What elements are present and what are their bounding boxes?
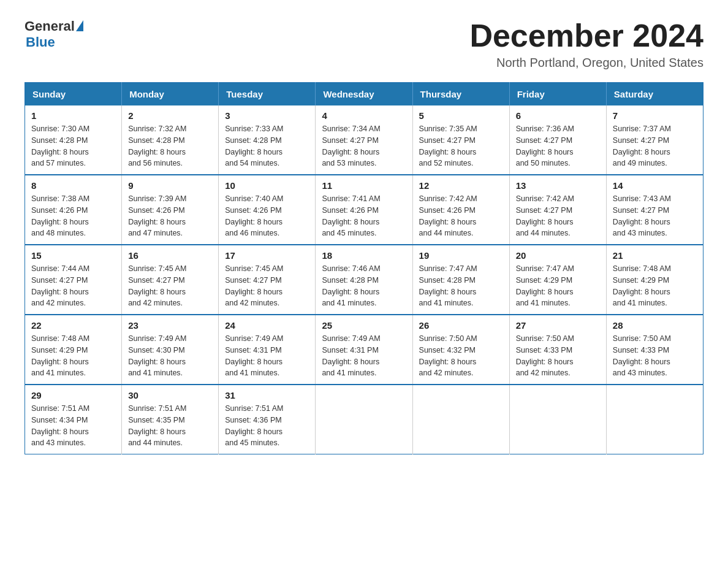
day-number: 19	[419, 250, 503, 261]
day-info: Sunrise: 7:48 AMSunset: 4:29 PMDaylight:…	[31, 333, 115, 379]
day-number: 1	[31, 110, 115, 121]
calendar-cell: 3Sunrise: 7:33 AMSunset: 4:28 PMDaylight…	[219, 105, 316, 175]
day-info: Sunrise: 7:42 AMSunset: 4:26 PMDaylight:…	[419, 193, 503, 239]
page-header: General Blue December 2024 North Portlan…	[25, 18, 703, 70]
day-number: 29	[31, 390, 115, 400]
calendar-cell: 6Sunrise: 7:36 AMSunset: 4:27 PMDaylight…	[509, 105, 606, 175]
calendar-day-header: Sunday	[25, 83, 122, 106]
day-info: Sunrise: 7:51 AMSunset: 4:34 PMDaylight:…	[31, 403, 115, 449]
calendar-cell: 10Sunrise: 7:40 AMSunset: 4:26 PMDayligh…	[219, 175, 316, 245]
day-number: 7	[613, 110, 697, 121]
day-number: 9	[128, 180, 212, 191]
calendar-cell: 22Sunrise: 7:48 AMSunset: 4:29 PMDayligh…	[25, 315, 122, 385]
day-info: Sunrise: 7:41 AMSunset: 4:26 PMDaylight:…	[322, 193, 406, 239]
day-number: 10	[225, 180, 309, 191]
day-info: Sunrise: 7:35 AMSunset: 4:27 PMDaylight:…	[419, 123, 503, 169]
calendar-cell: 19Sunrise: 7:47 AMSunset: 4:28 PMDayligh…	[412, 245, 509, 315]
day-number: 6	[516, 110, 600, 121]
calendar-day-header: Tuesday	[219, 83, 316, 106]
day-info: Sunrise: 7:49 AMSunset: 4:31 PMDaylight:…	[322, 333, 406, 379]
calendar-cell: 30Sunrise: 7:51 AMSunset: 4:35 PMDayligh…	[122, 385, 219, 454]
page-subtitle: North Portland, Oregon, United States	[469, 56, 703, 70]
day-info: Sunrise: 7:44 AMSunset: 4:27 PMDaylight:…	[31, 263, 115, 309]
day-info: Sunrise: 7:36 AMSunset: 4:27 PMDaylight:…	[516, 123, 600, 169]
calendar-cell: 23Sunrise: 7:49 AMSunset: 4:30 PMDayligh…	[122, 315, 219, 385]
calendar-cell: 14Sunrise: 7:43 AMSunset: 4:27 PMDayligh…	[606, 175, 703, 245]
day-number: 2	[128, 110, 212, 121]
calendar-week-row: 29Sunrise: 7:51 AMSunset: 4:34 PMDayligh…	[25, 385, 703, 454]
day-number: 15	[31, 250, 115, 261]
calendar-day-header: Saturday	[606, 83, 703, 106]
day-number: 24	[225, 320, 309, 331]
logo-triangle-icon	[76, 20, 83, 31]
calendar-cell: 21Sunrise: 7:48 AMSunset: 4:29 PMDayligh…	[606, 245, 703, 315]
day-number: 28	[613, 320, 697, 331]
day-info: Sunrise: 7:33 AMSunset: 4:28 PMDaylight:…	[225, 123, 309, 169]
day-info: Sunrise: 7:42 AMSunset: 4:27 PMDaylight:…	[516, 193, 600, 239]
day-info: Sunrise: 7:48 AMSunset: 4:29 PMDaylight:…	[613, 263, 697, 309]
calendar-day-header: Thursday	[412, 83, 509, 106]
day-info: Sunrise: 7:45 AMSunset: 4:27 PMDaylight:…	[225, 263, 309, 309]
day-number: 25	[322, 320, 406, 331]
day-info: Sunrise: 7:49 AMSunset: 4:31 PMDaylight:…	[225, 333, 309, 379]
day-info: Sunrise: 7:40 AMSunset: 4:26 PMDaylight:…	[225, 193, 309, 239]
day-number: 13	[516, 180, 600, 191]
calendar-cell: 15Sunrise: 7:44 AMSunset: 4:27 PMDayligh…	[25, 245, 122, 315]
day-number: 26	[419, 320, 503, 331]
day-info: Sunrise: 7:43 AMSunset: 4:27 PMDaylight:…	[613, 193, 697, 239]
day-number: 21	[613, 250, 697, 261]
calendar-cell: 4Sunrise: 7:34 AMSunset: 4:27 PMDaylight…	[316, 105, 412, 175]
calendar-day-header: Monday	[122, 83, 219, 106]
logo-blue: Blue	[26, 34, 55, 50]
calendar-week-row: 8Sunrise: 7:38 AMSunset: 4:26 PMDaylight…	[25, 175, 703, 245]
day-number: 5	[419, 110, 503, 121]
day-number: 20	[516, 250, 600, 261]
day-number: 17	[225, 250, 309, 261]
calendar-cell: 11Sunrise: 7:41 AMSunset: 4:26 PMDayligh…	[316, 175, 412, 245]
calendar-cell: 9Sunrise: 7:39 AMSunset: 4:26 PMDaylight…	[122, 175, 219, 245]
calendar-cell: 25Sunrise: 7:49 AMSunset: 4:31 PMDayligh…	[316, 315, 412, 385]
day-number: 8	[31, 180, 115, 191]
day-number: 23	[128, 320, 212, 331]
calendar-cell: 26Sunrise: 7:50 AMSunset: 4:32 PMDayligh…	[412, 315, 509, 385]
day-info: Sunrise: 7:30 AMSunset: 4:28 PMDaylight:…	[31, 123, 115, 169]
day-number: 18	[322, 250, 406, 261]
calendar-cell: 13Sunrise: 7:42 AMSunset: 4:27 PMDayligh…	[509, 175, 606, 245]
calendar-cell: 7Sunrise: 7:37 AMSunset: 4:27 PMDaylight…	[606, 105, 703, 175]
day-number: 27	[516, 320, 600, 331]
calendar-cell: 18Sunrise: 7:46 AMSunset: 4:28 PMDayligh…	[316, 245, 412, 315]
day-info: Sunrise: 7:50 AMSunset: 4:33 PMDaylight:…	[516, 333, 600, 379]
day-info: Sunrise: 7:37 AMSunset: 4:27 PMDaylight:…	[613, 123, 697, 169]
calendar-week-row: 1Sunrise: 7:30 AMSunset: 4:28 PMDaylight…	[25, 105, 703, 175]
day-info: Sunrise: 7:51 AMSunset: 4:36 PMDaylight:…	[225, 403, 309, 449]
calendar-cell: 5Sunrise: 7:35 AMSunset: 4:27 PMDaylight…	[412, 105, 509, 175]
day-number: 14	[613, 180, 697, 191]
calendar-cell: 31Sunrise: 7:51 AMSunset: 4:36 PMDayligh…	[219, 385, 316, 454]
calendar-cell: 24Sunrise: 7:49 AMSunset: 4:31 PMDayligh…	[219, 315, 316, 385]
calendar-cell: 28Sunrise: 7:50 AMSunset: 4:33 PMDayligh…	[606, 315, 703, 385]
calendar-cell	[606, 385, 703, 454]
day-info: Sunrise: 7:45 AMSunset: 4:27 PMDaylight:…	[128, 263, 212, 309]
day-info: Sunrise: 7:49 AMSunset: 4:30 PMDaylight:…	[128, 333, 212, 379]
day-number: 30	[128, 390, 212, 400]
day-info: Sunrise: 7:32 AMSunset: 4:28 PMDaylight:…	[128, 123, 212, 169]
calendar-cell: 17Sunrise: 7:45 AMSunset: 4:27 PMDayligh…	[219, 245, 316, 315]
calendar-header-row: SundayMondayTuesdayWednesdayThursdayFrid…	[25, 83, 703, 106]
day-info: Sunrise: 7:47 AMSunset: 4:29 PMDaylight:…	[516, 263, 600, 309]
calendar-week-row: 15Sunrise: 7:44 AMSunset: 4:27 PMDayligh…	[25, 245, 703, 315]
calendar-cell: 29Sunrise: 7:51 AMSunset: 4:34 PMDayligh…	[25, 385, 122, 454]
day-info: Sunrise: 7:34 AMSunset: 4:27 PMDaylight:…	[322, 123, 406, 169]
calendar-table: SundayMondayTuesdayWednesdayThursdayFrid…	[25, 82, 703, 454]
day-info: Sunrise: 7:47 AMSunset: 4:28 PMDaylight:…	[419, 263, 503, 309]
calendar-day-header: Friday	[509, 83, 606, 106]
calendar-cell: 1Sunrise: 7:30 AMSunset: 4:28 PMDaylight…	[25, 105, 122, 175]
day-number: 3	[225, 110, 309, 121]
calendar-cell: 27Sunrise: 7:50 AMSunset: 4:33 PMDayligh…	[509, 315, 606, 385]
title-block: December 2024 North Portland, Oregon, Un…	[469, 18, 703, 70]
day-number: 22	[31, 320, 115, 331]
day-number: 4	[322, 110, 406, 121]
day-number: 16	[128, 250, 212, 261]
day-info: Sunrise: 7:38 AMSunset: 4:26 PMDaylight:…	[31, 193, 115, 239]
calendar-cell: 16Sunrise: 7:45 AMSunset: 4:27 PMDayligh…	[122, 245, 219, 315]
calendar-cell: 2Sunrise: 7:32 AMSunset: 4:28 PMDaylight…	[122, 105, 219, 175]
